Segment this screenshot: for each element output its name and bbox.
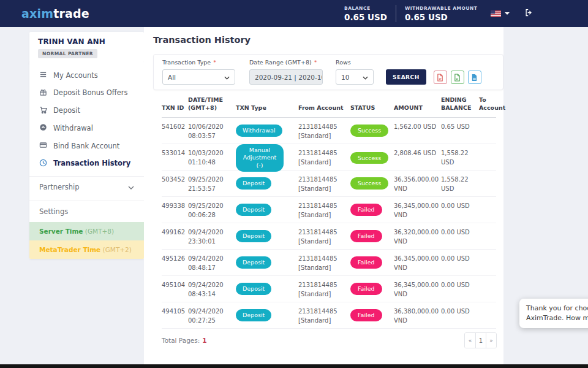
amount-cell: 36,320,000.00 VND [394, 223, 441, 246]
user-name: TRINH VAN ANH [38, 37, 135, 46]
status-cell: Success [350, 125, 394, 136]
txn-type-cell: Deposit [236, 177, 298, 190]
column-header: AMOUNT [394, 104, 441, 117]
top-header: aximtrade BALANCE 0.65 USD WITHDRAWABLE … [0, 0, 588, 27]
sidebar-item-deposit-bonus-offers[interactable]: Deposit Bonus Offers [29, 85, 144, 102]
amount-cell: 36,345,000.00 VND [394, 250, 441, 272]
to-account-cell [479, 118, 496, 123]
sidebar-item-partnership[interactable]: Partnership [29, 177, 144, 197]
date-time-cell: 10/03/202001:10:48 [188, 144, 236, 167]
status-pill: Failed [350, 256, 382, 268]
date-time-cell: 09/25/202000:06:28 [188, 197, 236, 220]
search-button[interactable]: SEARCH [386, 69, 426, 85]
txn-id-cell: 541602 [162, 118, 188, 132]
server-time-row: Server Time (GMT+8) [29, 222, 144, 240]
rows-value: 10 [341, 74, 349, 81]
txn-type-pill: Deposit [236, 204, 271, 216]
table-header: TXN ID DATE/TIME (GMT+8) TXN Type From A… [162, 92, 496, 118]
sidebar-item-label: Settings [39, 207, 68, 216]
ending-balance-cell: 0.00 USD [441, 302, 479, 316]
txn-type-pill: Deposit [236, 230, 271, 242]
sidebar-item-transaction-history[interactable]: Transaction History [29, 155, 144, 173]
sidebar-item-label: Deposit Bonus Offers [53, 89, 128, 98]
date-time-cell: 09/24/202023:30:01 [188, 223, 236, 246]
ending-balance-cell: 0.00 USD [441, 223, 479, 237]
table-row: 495104 09/24/202008:43:14 Deposit 213181… [162, 276, 496, 302]
from-account-cell: 2131814485[Standard] [298, 276, 350, 299]
csv-file-icon[interactable] [468, 71, 481, 84]
amount-cell: 36,345,000.00 VND [394, 197, 441, 220]
user-role-badge: NORMAL PARTNER [38, 49, 97, 58]
chevron-down-icon [224, 74, 230, 81]
status-pill: Failed [350, 309, 382, 321]
rows-label: Rows [336, 59, 386, 66]
list-icon [39, 71, 47, 81]
logout-button[interactable] [524, 8, 533, 20]
date-time-cell: 09/24/202000:27:25 [188, 302, 236, 325]
transaction-type-select[interactable]: All [162, 69, 235, 85]
bottom-bar [0, 364, 588, 368]
required-asterisk: * [213, 59, 216, 66]
txn-id-cell: 499338 [162, 197, 188, 211]
from-account-cell: 2131814485[Standard] [298, 171, 350, 193]
metatrader-time-label: MetaTrader Time [39, 246, 100, 253]
to-account-cell [479, 197, 496, 202]
status-cell: Failed [350, 204, 394, 215]
txn-type-pill: Withdrawal [236, 125, 282, 137]
transaction-type-group: Transaction Type* All [162, 59, 249, 85]
ending-balance-cell: 0.00 USD [441, 197, 479, 211]
date-range-input[interactable]: 2020-09-21 | 2020-10-21 [249, 69, 323, 85]
column-header: From Account [298, 104, 350, 117]
user-card: TRINH VAN ANH NORMAL PARTNER [29, 32, 144, 64]
pagination: « 1 » [464, 332, 497, 348]
pagination-next-button[interactable]: » [486, 333, 496, 348]
withdrawable-value: 0.65 USD [405, 12, 478, 22]
from-account-cell: 2131814485[Standard] [298, 223, 350, 246]
language-selector[interactable] [491, 8, 510, 20]
transaction-type-label: Transaction Type* [162, 59, 249, 66]
sidebar-item-bind-bank-account[interactable]: Bind Bank Account [29, 137, 144, 155]
status-pill: Failed [350, 230, 382, 242]
status-cell: Failed [350, 283, 394, 294]
rows-select[interactable]: 10 [336, 69, 374, 85]
sidebar-item-settings[interactable]: Settings [29, 201, 144, 222]
txn-id-cell: 494105 [162, 302, 188, 316]
header-account-summary: BALANCE 0.65 USD WITHDRAWABLE AMOUNT 0.6… [344, 0, 533, 27]
balance-block: BALANCE 0.65 USD [344, 6, 387, 22]
excel-file-icon[interactable] [451, 71, 464, 84]
logout-icon [524, 8, 533, 20]
txn-type-cell: Deposit [236, 256, 298, 269]
column-header: STATUS [350, 104, 394, 117]
txn-type-cell: Deposit [236, 283, 298, 295]
balance-label: BALANCE [344, 6, 387, 11]
ending-balance-cell: 0.00 USD [441, 250, 479, 264]
column-header: To Account [479, 96, 509, 117]
status-pill: Failed [350, 283, 382, 294]
sidebar-item-label: Deposit [53, 107, 80, 115]
chevron-down-icon [505, 12, 510, 15]
header-divider [396, 5, 396, 22]
chevron-down-icon [128, 183, 134, 191]
export-buttons [434, 71, 481, 84]
total-pages-value: 1 [202, 337, 206, 344]
chat-message-bubble[interactable]: Thank you for choosing AximTrade. How ma… [519, 299, 588, 328]
sidebar-item-deposit[interactable]: Deposit [29, 102, 144, 120]
table-row: 533014 10/03/202001:10:48 Manual Adjustm… [162, 144, 496, 171]
pdf-file-icon[interactable] [434, 71, 447, 84]
gift-icon [39, 88, 47, 99]
table-row: 503452 09/25/202021:53:57 Deposit 213181… [162, 171, 496, 197]
sidebar-item-withdrawal[interactable]: Withdrawal [29, 120, 144, 137]
column-header: ENDING BALANCE [441, 96, 479, 117]
pagination-prev-button[interactable]: « [465, 333, 475, 348]
sidebar-item-my-accounts[interactable]: My Accounts [29, 67, 144, 85]
pagination-page-1-button[interactable]: 1 [475, 333, 486, 348]
from-account-cell: 2131814485[Standard] [298, 118, 350, 140]
cart-icon [39, 106, 47, 117]
aximtrade-logo[interactable]: aximtrade [21, 7, 89, 20]
amount-cell: 1,562.00 USD [394, 118, 441, 132]
status-pill: Success [350, 125, 388, 136]
to-account-cell [479, 223, 496, 228]
column-header: TXN ID [162, 104, 188, 117]
filter-bar: Transaction Type* All Date Range (GMT+8)… [153, 54, 503, 90]
date-time-cell: 10/06/202008:03:57 [188, 118, 236, 140]
